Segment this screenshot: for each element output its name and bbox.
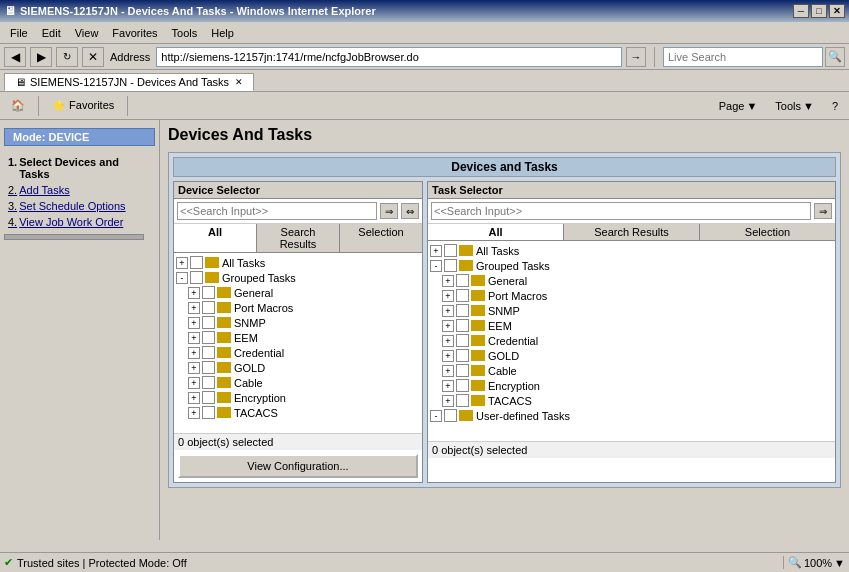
expand-icon[interactable]: + <box>442 365 454 377</box>
device-search-input[interactable] <box>177 202 377 220</box>
expand-icon[interactable]: - <box>430 410 442 422</box>
menu-edit[interactable]: Edit <box>36 25 67 41</box>
tree-checkbox[interactable] <box>190 271 203 284</box>
tree-checkbox[interactable] <box>202 406 215 419</box>
toolbar-help-button[interactable]: ? <box>825 95 845 117</box>
browser-tab[interactable]: 🖥 SIEMENS-12157JN - Devices And Tasks ✕ <box>4 73 254 91</box>
page-button[interactable]: Page ▼ <box>712 95 765 117</box>
expand-icon[interactable]: + <box>188 317 200 329</box>
expand-icon[interactable]: + <box>442 395 454 407</box>
task-tab-search[interactable]: Search Results <box>564 224 700 240</box>
task-tab-all[interactable]: All <box>428 224 564 240</box>
expand-icon[interactable]: + <box>188 377 200 389</box>
expand-icon[interactable]: + <box>188 332 200 344</box>
dat-panel-title: Devices and Tasks <box>173 157 836 177</box>
expand-icon[interactable]: + <box>188 302 200 314</box>
address-input[interactable] <box>156 47 622 67</box>
maximize-button[interactable]: □ <box>811 4 827 18</box>
task-search-row: ⇒ <box>428 199 835 224</box>
expand-icon[interactable]: + <box>176 257 188 269</box>
device-search-both-btn[interactable]: ⇔ <box>401 203 419 219</box>
task-search-input[interactable] <box>431 202 811 220</box>
expand-icon[interactable]: + <box>442 275 454 287</box>
tree-label: General <box>234 287 273 299</box>
tree-checkbox[interactable] <box>456 379 469 392</box>
expand-icon[interactable]: + <box>442 320 454 332</box>
tree-item: + EEM <box>176 330 420 345</box>
expand-icon[interactable]: + <box>430 245 442 257</box>
tree-checkbox[interactable] <box>202 331 215 344</box>
tree-label: Grouped Tasks <box>222 272 296 284</box>
task-search-right-btn[interactable]: ⇒ <box>814 203 832 219</box>
tree-checkbox[interactable] <box>202 361 215 374</box>
tree-checkbox[interactable] <box>456 304 469 317</box>
tree-checkbox[interactable] <box>202 346 215 359</box>
tree-checkbox[interactable] <box>456 349 469 362</box>
minimize-button[interactable]: ─ <box>793 4 809 18</box>
menu-view[interactable]: View <box>69 25 105 41</box>
zoom-dropdown-icon[interactable]: ▼ <box>834 557 845 569</box>
tree-checkbox[interactable] <box>202 316 215 329</box>
tree-checkbox[interactable] <box>444 244 457 257</box>
tree-checkbox[interactable] <box>202 376 215 389</box>
expand-icon[interactable]: + <box>442 350 454 362</box>
tab-close-icon[interactable]: ✕ <box>235 77 243 87</box>
expand-icon[interactable]: + <box>442 380 454 392</box>
device-tab-selection[interactable]: Selection <box>340 224 422 252</box>
tree-checkbox[interactable] <box>456 289 469 302</box>
folder-icon <box>471 350 485 361</box>
expand-icon[interactable]: + <box>188 362 200 374</box>
tree-checkbox[interactable] <box>444 259 457 272</box>
search-button[interactable]: 🔍 <box>825 47 845 67</box>
expand-icon[interactable]: + <box>442 305 454 317</box>
stop-button[interactable]: ✕ <box>82 47 104 67</box>
device-tab-search[interactable]: Search Results <box>257 224 340 252</box>
sidebar-item-set-schedule[interactable]: 3. Set Schedule Options <box>0 198 159 214</box>
expand-icon[interactable]: + <box>442 335 454 347</box>
tree-checkbox[interactable] <box>444 409 457 422</box>
tree-checkbox[interactable] <box>456 319 469 332</box>
tree-checkbox[interactable] <box>202 391 215 404</box>
go-button[interactable]: → <box>626 47 646 67</box>
expand-icon[interactable]: + <box>442 290 454 302</box>
tree-checkbox[interactable] <box>202 301 215 314</box>
status-zone: ✔ Trusted sites | Protected Mode: Off <box>4 556 784 569</box>
device-tab-all[interactable]: All <box>174 224 257 252</box>
search-input[interactable] <box>663 47 823 67</box>
close-button[interactable]: ✕ <box>829 4 845 18</box>
tree-checkbox[interactable] <box>456 394 469 407</box>
tree-checkbox[interactable] <box>190 256 203 269</box>
tree-item: + Cable <box>430 363 833 378</box>
menu-file[interactable]: File <box>4 25 34 41</box>
sidebar-item-add-tasks[interactable]: 2. Add Tasks <box>0 182 159 198</box>
menu-favorites[interactable]: Favorites <box>106 25 163 41</box>
tree-checkbox[interactable] <box>456 334 469 347</box>
view-config-button[interactable]: View Configuration... <box>178 454 418 478</box>
device-search-right-btn[interactable]: ⇒ <box>380 203 398 219</box>
sidebar-item-select-devices[interactable]: 1. Select Devices and Tasks <box>0 154 159 182</box>
tree-checkbox[interactable] <box>456 364 469 377</box>
forward-button[interactable]: ▶ <box>30 47 52 67</box>
tree-label: Cable <box>234 377 263 389</box>
sidebar-item-view-job[interactable]: 4. View Job Work Order <box>0 214 159 230</box>
home-button[interactable]: 🏠 <box>4 95 32 117</box>
task-tab-selection[interactable]: Selection <box>700 224 835 240</box>
expand-icon[interactable]: - <box>176 272 188 284</box>
tree-checkbox[interactable] <box>202 286 215 299</box>
expand-icon[interactable]: + <box>188 407 200 419</box>
tree-checkbox[interactable] <box>456 274 469 287</box>
menu-help[interactable]: Help <box>205 25 240 41</box>
menu-tools[interactable]: Tools <box>166 25 204 41</box>
folder-icon <box>471 365 485 376</box>
expand-icon[interactable]: + <box>188 347 200 359</box>
tree-item: + All Tasks <box>176 255 420 270</box>
back-button[interactable]: ◀ <box>4 47 26 67</box>
expand-icon[interactable]: - <box>430 260 442 272</box>
favorites-button[interactable]: ⭐ Favorites <box>45 95 121 117</box>
tools-button[interactable]: Tools ▼ <box>768 95 821 117</box>
task-tree[interactable]: + All Tasks - Grouped Tasks <box>428 241 835 441</box>
expand-icon[interactable]: + <box>188 392 200 404</box>
device-tree[interactable]: + All Tasks - Grouped Tasks <box>174 253 422 433</box>
refresh-button[interactable]: ↻ <box>56 47 78 67</box>
expand-icon[interactable]: + <box>188 287 200 299</box>
